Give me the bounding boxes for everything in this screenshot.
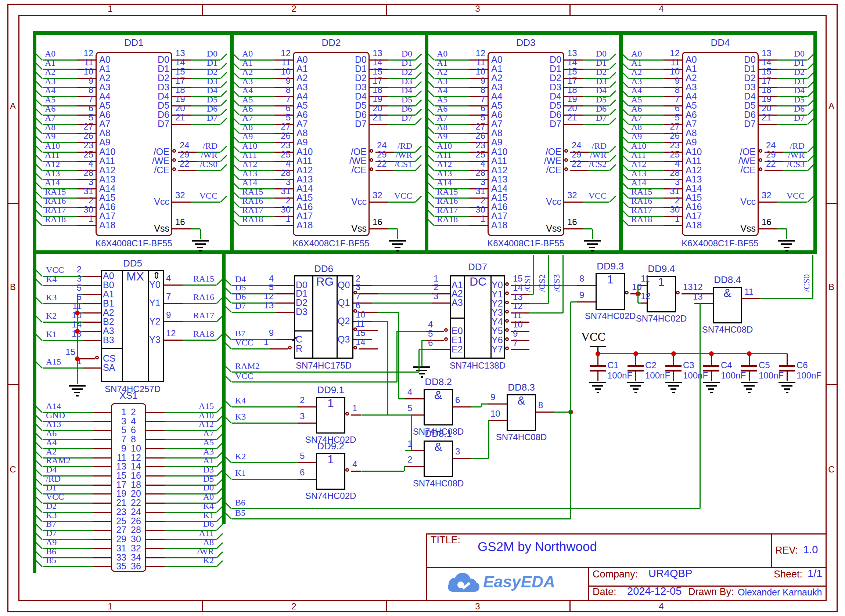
- capacitor-plate[interactable]: [590, 365, 606, 367]
- wire-segment: [511, 349, 529, 350]
- inverter-bubble-icon: [505, 310, 509, 314]
- gate-symbol: &: [713, 288, 742, 298]
- bus-entry-wire: [609, 90, 616, 97]
- gate-symbol: 1: [316, 398, 345, 408]
- bus-entry-wire: [36, 136, 43, 143]
- net-label: A2: [46, 447, 94, 456]
- chip-part: K6X4008C1F-BF55: [73, 239, 194, 248]
- ground-symbol: [703, 382, 720, 383]
- pin-name: D7: [711, 119, 756, 129]
- wire-segment: [583, 201, 609, 202]
- chip-ref: DD2: [293, 38, 370, 47]
- pin-number: 1: [352, 403, 369, 413]
- chip-internal-line: [102, 348, 122, 349]
- capacitor-plate[interactable]: [779, 365, 795, 367]
- ground-symbol: [69, 385, 85, 387]
- wire-segment: [165, 566, 216, 567]
- bus-entry-wire: [225, 296, 232, 304]
- net-label: RAM2: [235, 361, 287, 371]
- gate-symbol: &: [423, 442, 453, 452]
- pin-number: 4: [407, 387, 422, 397]
- pin-number: 28: [250, 168, 291, 178]
- pin-name: Y1: [492, 289, 504, 299]
- chip-internal-line: [295, 330, 312, 331]
- bus-entry-wire: [220, 54, 227, 60]
- pin-name: Vss: [517, 224, 561, 233]
- chip-ref: DD9.4: [638, 264, 685, 273]
- wire-segment: [471, 406, 481, 408]
- wire-segment: [93, 430, 111, 431]
- bus-entry-wire: [220, 90, 227, 97]
- wire-segment: [411, 415, 412, 450]
- rev-label: REV:: [775, 546, 798, 555]
- wire-segment: [93, 485, 111, 486]
- wire-segment: [164, 285, 182, 286]
- pin-number: 11: [641, 274, 653, 283]
- pin-number: 10: [632, 282, 648, 292]
- pin-number: 5: [43, 283, 82, 293]
- net-label: D2: [747, 67, 805, 77]
- bus-entry-wire: [609, 63, 616, 70]
- wire-segment: [362, 471, 404, 472]
- pin-number: 26: [445, 131, 485, 141]
- pin-number: 21: [112, 498, 126, 507]
- capacitor-plate[interactable]: [628, 365, 644, 367]
- wire-segment: [359, 348, 378, 349]
- net-label: A10: [165, 411, 214, 420]
- net-label: B6: [235, 498, 279, 507]
- bus-entry-wire: [428, 182, 435, 189]
- bus-entry-wire: [428, 164, 435, 171]
- pin-number: 16: [761, 217, 787, 227]
- wire-segment: [388, 228, 398, 229]
- chip-ref: DD1: [96, 38, 172, 47]
- pin-number: 12: [235, 292, 274, 301]
- bus-entry-wire: [428, 136, 435, 143]
- pin-name: Y5: [492, 326, 504, 336]
- titleblock-line: [426, 567, 827, 568]
- wire-segment: [432, 302, 450, 304]
- pin-number: 20: [131, 488, 145, 498]
- net-label: D6: [165, 519, 214, 529]
- bus-entry-wire: [216, 542, 223, 549]
- ground-symbol: [779, 382, 795, 383]
- pin-number: 14: [356, 337, 378, 347]
- wire-segment: [469, 225, 488, 226]
- wire-segment: [777, 124, 807, 125]
- memory-bank-frame: [33, 31, 36, 254]
- inverter-bubble-icon: [625, 291, 629, 295]
- capacitor-lead: [749, 371, 750, 381]
- pin-name: Vcc: [517, 197, 561, 206]
- net-label: VCC: [46, 492, 94, 502]
- capacitor-plate[interactable]: [703, 365, 719, 367]
- border-tick: [826, 384, 838, 385]
- pin-number: 4: [53, 159, 93, 169]
- ground-symbol: [72, 389, 83, 390]
- wire-segment: [93, 512, 111, 513]
- bus-entry-wire: [225, 512, 232, 519]
- pin-name: A13: [99, 175, 132, 184]
- wire-segment: [432, 349, 450, 350]
- ground-symbol: [784, 389, 790, 390]
- net-label: D1: [46, 483, 94, 492]
- bus-entry-wire: [216, 551, 223, 558]
- bus-entry-wire: [220, 81, 227, 88]
- border-row-label: B: [827, 282, 836, 292]
- pin-number: 12: [639, 48, 680, 58]
- bus-entry-wire: [609, 155, 616, 162]
- chip-internal-line: [451, 318, 464, 319]
- wire-segment: [742, 298, 760, 299]
- pin-number: 5: [639, 113, 680, 122]
- net-label: RAM2: [46, 456, 94, 465]
- ground-symbol: [672, 392, 675, 393]
- pin-name: A8: [491, 128, 524, 138]
- pin-name: A14: [99, 183, 132, 193]
- wire-segment: [146, 503, 165, 504]
- capacitor-plate[interactable]: [665, 365, 682, 367]
- wire-segment: [298, 406, 316, 408]
- net-label: A14: [46, 401, 94, 411]
- capacitor-plate[interactable]: [741, 365, 757, 367]
- wire-segment: [146, 512, 165, 513]
- pin-number: 9: [445, 76, 485, 85]
- pin-name: A8: [99, 128, 132, 138]
- wire-segment: [398, 398, 405, 399]
